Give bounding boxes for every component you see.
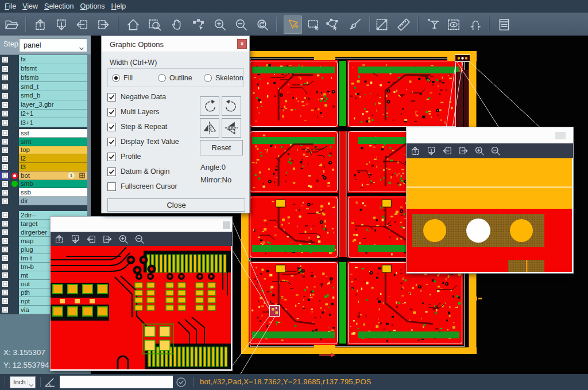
flip-h-button[interactable]	[200, 118, 219, 138]
dialog-close-button[interactable]: x	[237, 39, 247, 49]
zoom-window-right-canvas[interactable]	[407, 158, 572, 272]
window-tool-pan-right[interactable]	[457, 145, 470, 157]
window-button[interactable]	[223, 221, 230, 229]
menu-options[interactable]: Options	[80, 0, 105, 13]
layer-checkbox[interactable]	[0, 254, 10, 263]
layer-checkbox[interactable]	[0, 197, 10, 205]
close-button[interactable]: Close	[107, 198, 245, 212]
layer-row-bfsmb[interactable]: bfsmb	[0, 73, 87, 83]
tool-zoom-out[interactable]	[232, 15, 250, 34]
layer-checkbox[interactable]	[0, 263, 10, 271]
layer-row-smt[interactable]: smt	[0, 138, 87, 146]
flip-v-button[interactable]	[222, 118, 241, 138]
layer-checkbox[interactable]	[0, 211, 10, 220]
tool-pan-right[interactable]	[94, 15, 113, 34]
tool-filter-funnel[interactable]	[424, 15, 443, 34]
window-button[interactable]	[555, 132, 566, 139]
zoom-window-left-titlebar[interactable]	[51, 217, 232, 232]
menu-help[interactable]: Help	[111, 0, 126, 13]
layer-checkbox[interactable]	[0, 297, 10, 306]
layer-row-sst[interactable]: sst	[0, 129, 87, 138]
layer-checkbox[interactable]	[0, 237, 10, 245]
window-tool-pan-up[interactable]	[53, 233, 65, 245]
window-tool-pan-down[interactable]	[425, 145, 438, 157]
zoom-window-left[interactable]	[50, 216, 233, 371]
layer-checkbox[interactable]	[0, 118, 10, 127]
zoom-window-right-titlebar[interactable]	[407, 127, 573, 143]
layer-checkbox[interactable]	[0, 129, 10, 138]
reset-button[interactable]: Reset	[200, 140, 243, 155]
layer-row-l2[interactable]: l2	[0, 154, 87, 163]
checkbox-profile[interactable]: Profile	[107, 152, 141, 161]
step-select[interactable]: panel	[19, 38, 87, 52]
menu-view[interactable]: View	[22, 0, 38, 13]
layer-row-fx[interactable]: fx	[0, 55, 87, 64]
window-tool-zoom-out[interactable]	[133, 233, 146, 245]
tool-pan-up[interactable]	[31, 15, 49, 34]
radio-outline[interactable]: Outline	[158, 74, 192, 82]
layer-checkbox[interactable]	[0, 55, 10, 64]
layer-checkbox[interactable]	[0, 188, 10, 197]
tool-snap-magnet[interactable]	[466, 15, 485, 34]
angle-measure-icon[interactable]	[44, 377, 56, 388]
window-tool-pan-left[interactable]	[85, 233, 98, 245]
tool-pan-left[interactable]	[73, 15, 91, 34]
layer-row-bfsmt[interactable]: bfsmt	[0, 64, 87, 73]
tool-select-arrow[interactable]	[284, 15, 302, 34]
layer-checkbox[interactable]	[0, 180, 10, 189]
layer-row-top[interactable]: top	[0, 146, 87, 155]
layer-row-l3[interactable]: l3	[0, 163, 87, 171]
tool-brush[interactable]	[346, 15, 364, 34]
tool-pan-hand[interactable]	[168, 15, 186, 34]
layer-row-ssb[interactable]: ssb	[0, 188, 87, 197]
tool-measure-distance[interactable]	[373, 15, 391, 34]
window-tool-zoom-out[interactable]	[489, 145, 502, 157]
checkbox-datum-origin[interactable]: Datum & Origin	[107, 167, 169, 176]
layer-checkbox[interactable]	[0, 146, 10, 155]
window-tool-pan-right[interactable]	[101, 233, 114, 245]
tool-open-folder[interactable]	[2, 15, 21, 34]
layer-checkbox[interactable]	[0, 163, 10, 171]
layer-row-dir[interactable]: dir	[0, 197, 87, 205]
layer-checkbox[interactable]	[0, 228, 10, 237]
tool-home[interactable]	[124, 15, 142, 34]
radio-fill[interactable]: Fill	[112, 74, 133, 82]
dialog-titlebar[interactable]: Graphic Options x	[102, 36, 249, 52]
layer-checkbox[interactable]	[0, 271, 10, 280]
tool-zoom-window[interactable]	[146, 15, 164, 34]
window-tool-zoom-in[interactable]	[473, 145, 486, 157]
layer-checkbox[interactable]	[0, 100, 10, 110]
layer-checkbox[interactable]	[0, 73, 10, 83]
tool-select-rect[interactable]	[304, 15, 323, 34]
layer-row-smd_t[interactable]: smd_t	[0, 82, 87, 91]
layer-checkbox[interactable]	[0, 110, 10, 119]
tool-report-form[interactable]	[495, 15, 513, 34]
layer-checkbox[interactable]	[0, 171, 10, 180]
checkbox-step-repeat[interactable]: Step & Repeat	[107, 122, 167, 131]
layer-row-l3+1[interactable]: l3+1	[0, 118, 87, 127]
window-tool-pan-up[interactable]	[409, 145, 421, 157]
checkbox-display-text-value[interactable]: Display Text Value	[107, 137, 179, 146]
tool-zoom-previous[interactable]	[253, 15, 272, 34]
layer-checkbox[interactable]	[0, 288, 10, 297]
layer-checkbox[interactable]	[0, 154, 10, 163]
layer-checkbox[interactable]	[0, 245, 10, 254]
apply-check-icon[interactable]	[176, 377, 187, 388]
tool-zoom-in[interactable]	[211, 15, 229, 34]
layer-row-bot[interactable]: bot1	[0, 171, 87, 180]
checkbox-fullscreen-cursor[interactable]: Fullscreen Cursor	[107, 182, 177, 191]
layer-checkbox[interactable]	[0, 280, 10, 288]
tool-select-polygon[interactable]	[323, 15, 341, 34]
layer-checkbox[interactable]	[0, 138, 10, 146]
layer-row-layer_3.gbr[interactable]: layer_3.gbr	[0, 100, 87, 110]
checkbox-multi-layers[interactable]: Multi Layers	[107, 107, 159, 116]
radio-skeleton[interactable]: Skeleton	[204, 74, 243, 82]
menu-file[interactable]: File	[5, 0, 16, 13]
window-tool-pan-left[interactable]	[441, 145, 454, 157]
layer-checkbox[interactable]	[0, 91, 10, 100]
tool-view-box[interactable]	[444, 15, 463, 34]
layer-checkbox[interactable]	[0, 82, 10, 91]
rotate-ccw-button[interactable]	[222, 96, 241, 116]
layer-checkbox[interactable]	[0, 220, 10, 228]
window-tool-pan-down[interactable]	[69, 233, 82, 245]
